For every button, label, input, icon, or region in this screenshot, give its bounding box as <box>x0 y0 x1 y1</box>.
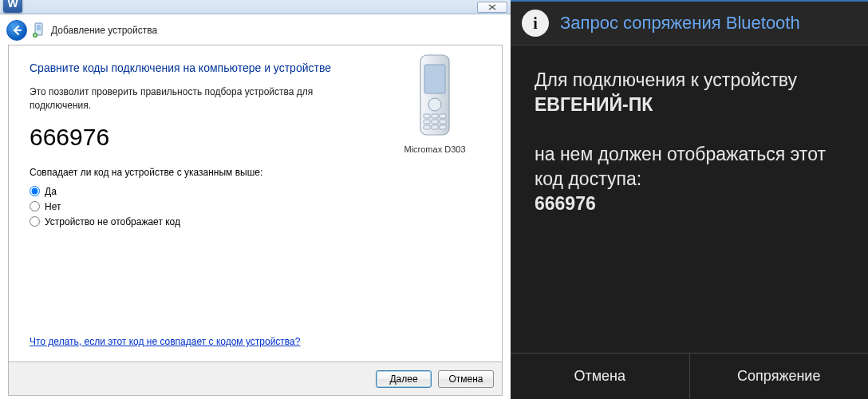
android-dialog: i Запрос сопряжения Bluetooth Для подклю… <box>511 0 868 399</box>
device-add-icon <box>32 22 46 38</box>
radio-yes-label: Да <box>45 186 57 197</box>
wizard-content: Сравните коды подключения на компьютере … <box>8 45 503 362</box>
match-question: Совпадает ли код на устройстве с указанн… <box>30 167 481 178</box>
info-icon: i <box>522 10 549 37</box>
radio-yes-input[interactable] <box>30 186 40 196</box>
device-figure: Micromax D303 <box>395 53 475 154</box>
back-arrow-icon <box>11 25 22 36</box>
word-app-icon: W <box>3 0 22 13</box>
svg-point-5 <box>428 98 441 111</box>
svg-rect-14 <box>440 125 446 129</box>
radio-nocode-input[interactable] <box>30 216 40 227</box>
device-caption: Micromax D303 <box>395 144 475 154</box>
radio-no-input[interactable] <box>30 201 40 211</box>
radio-group: Да Нет Устройство не отображает код <box>30 186 481 227</box>
page-description: Это позволит проверить правильность подб… <box>30 85 333 113</box>
body-line-2: на нем должен отображаться этот код дост… <box>535 142 844 192</box>
back-button[interactable] <box>6 20 27 41</box>
radio-nocode-label: Устройство не отображает код <box>45 216 180 227</box>
svg-rect-6 <box>424 114 430 118</box>
body-line-1: Для подключения к устройству <box>535 68 844 93</box>
android-button-bar: Отмена Сопряжение <box>511 353 868 399</box>
android-cancel-button[interactable]: Отмена <box>511 354 689 399</box>
android-dialog-title: Запрос сопряжения Bluetooth <box>560 13 800 34</box>
close-icon <box>488 4 496 10</box>
svg-rect-9 <box>424 120 430 124</box>
svg-rect-8 <box>440 114 446 118</box>
svg-rect-1 <box>37 25 41 30</box>
radio-nocode[interactable]: Устройство не отображает код <box>30 216 481 227</box>
android-dialog-header: i Запрос сопряжения Bluetooth <box>511 0 868 45</box>
svg-rect-12 <box>424 125 430 129</box>
windows-dialog: W Добавление устройства Сравните коды по… <box>0 0 511 399</box>
radio-no-label: Нет <box>45 201 61 212</box>
android-pairing-code: 666976 <box>535 192 844 216</box>
svg-rect-11 <box>440 120 446 124</box>
radio-yes[interactable]: Да <box>30 186 481 197</box>
next-button[interactable]: Далее <box>376 370 432 388</box>
window-titlebar <box>0 0 511 14</box>
svg-rect-7 <box>432 114 438 118</box>
svg-rect-13 <box>432 125 438 129</box>
wizard-button-bar: Далее Отмена <box>8 362 503 396</box>
android-pair-button[interactable]: Сопряжение <box>689 354 869 399</box>
svg-rect-10 <box>432 120 438 124</box>
close-window-button[interactable] <box>477 2 507 13</box>
phone-icon <box>416 53 454 141</box>
device-name: ЕВГЕНИЙ-ПК <box>535 93 844 117</box>
wizard-title: Добавление устройства <box>51 25 157 36</box>
wizard-nav-header: Добавление устройства <box>0 14 511 45</box>
help-link[interactable]: Что делать, если этот код не совпадает с… <box>30 336 300 347</box>
svg-rect-4 <box>424 65 445 93</box>
android-dialog-body: Для подключения к устройству ЕВГЕНИЙ-ПК … <box>511 45 868 353</box>
radio-no[interactable]: Нет <box>30 201 481 212</box>
cancel-button[interactable]: Отмена <box>438 370 494 388</box>
